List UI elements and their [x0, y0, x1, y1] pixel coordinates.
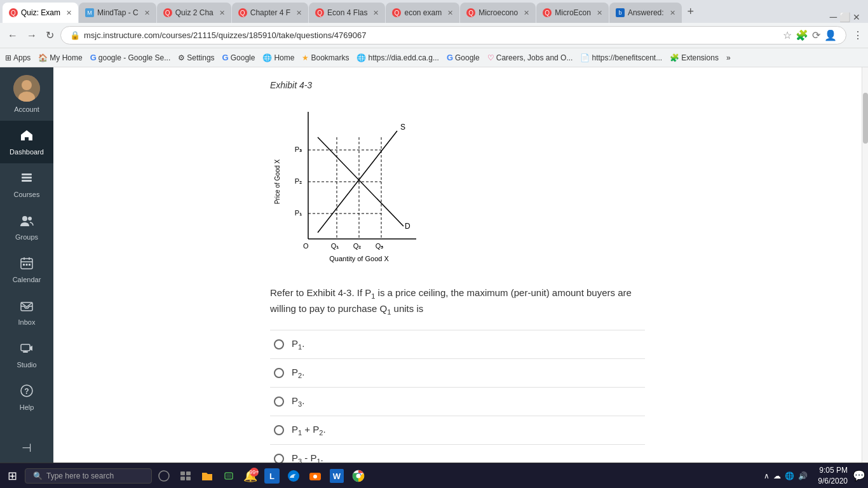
minimize-button[interactable]: ─ [830, 11, 837, 23]
sidebar-item-inbox[interactable]: Inbox [0, 291, 53, 334]
bookmark-extensions[interactable]: 🧩 Extensions [670, 53, 719, 62]
bookmark-benefits[interactable]: 📄 https://benefitscent... [580, 53, 662, 62]
tab-close-icon[interactable]: ✕ [219, 9, 225, 17]
content-area: Exhibit 4-3 [53, 67, 868, 463]
tab-close-icon[interactable]: ✕ [447, 9, 453, 17]
radio-p2[interactable] [274, 368, 284, 378]
scrollbar-thumb[interactable] [863, 93, 868, 144]
right-scrollbar[interactable] [862, 67, 868, 463]
answer-option-p2[interactable]: P2. [270, 359, 645, 388]
sync-icon[interactable]: ⟳ [812, 29, 820, 41]
bookmark-more[interactable]: » [726, 53, 731, 62]
tab-answered[interactable]: b Answered: ✕ [609, 3, 682, 23]
reload-button[interactable]: ↻ [43, 27, 57, 44]
maximize-button[interactable]: ⬜ [839, 12, 850, 22]
back-button[interactable]: ← [5, 27, 20, 44]
notification-center-icon[interactable]: 💬 [853, 470, 865, 482]
forward-button[interactable]: → [24, 27, 39, 44]
tab-quiz2[interactable]: Q Quiz 2 Cha ✕ [157, 3, 231, 23]
bookmark-google-search[interactable]: G google - Google Se... [90, 53, 171, 62]
taskbar-clock[interactable]: 9:05 PM 9/6/2020 [818, 465, 848, 487]
tray-up-arrow[interactable]: ∧ [764, 471, 770, 480]
taskbar-security[interactable] [219, 466, 238, 485]
bookmark-edd[interactable]: 🌐 https://dia.edd.ca.g... [356, 53, 438, 62]
tab-title: Quiz: Exam [21, 8, 60, 17]
scroll-container[interactable]: Exhibit 4-3 [53, 67, 862, 463]
sidebar-item-help[interactable]: ? Help [0, 376, 53, 419]
bookmark-google2[interactable]: G Google [447, 53, 480, 62]
tab-chapter4[interactable]: Q Chapter 4 F ✕ [232, 3, 308, 23]
taskbar-chrome[interactable] [349, 466, 368, 485]
tab-close-icon[interactable]: ✕ [373, 9, 379, 17]
taskbar-cortana[interactable] [154, 466, 173, 485]
taskbar-edge[interactable] [284, 466, 303, 485]
tray-cloud-icon: ☁ [773, 471, 781, 480]
tab-title: Answered: [628, 8, 664, 17]
tab-mindtap[interactable]: M MindTap - C ✕ [79, 3, 156, 23]
svg-rect-45 [180, 477, 185, 480]
answer-option-p1[interactable]: P1. [270, 330, 645, 359]
sidebar-item-studio[interactable]: Studio [0, 334, 53, 376]
sidebar-item-label: Courses [14, 191, 40, 198]
tab-title: MicroEcon [555, 8, 591, 17]
bookmark-google[interactable]: G Google [222, 53, 255, 62]
taskbar-file-explorer[interactable] [198, 466, 217, 485]
taskbar-word[interactable]: W [327, 466, 346, 485]
extension-icon[interactable]: 🧩 [796, 29, 808, 41]
sidebar-item-courses[interactable]: Courses [0, 163, 53, 206]
svg-text:Price of Good X: Price of Good X [274, 159, 281, 204]
url-text: msjc.instructure.com/courses/21115/quizz… [84, 30, 366, 40]
radio-p1plusp2[interactable] [274, 425, 284, 435]
tab-microecon[interactable]: Q MicroEcon ✕ [536, 3, 609, 23]
studio-icon [20, 341, 34, 358]
bookmark-settings[interactable]: ⚙ Settings [178, 53, 214, 62]
bookmark-myhome[interactable]: 🏠 My Home [38, 53, 82, 62]
star-icon[interactable]: ☆ [783, 29, 792, 41]
menu-button[interactable]: ⋮ [853, 29, 863, 41]
svg-rect-4 [22, 177, 32, 179]
address-bar-icons: ☆ 🧩 ⟳ 👤 [783, 29, 837, 41]
radio-p3minusp1[interactable] [274, 454, 284, 463]
tab-econ4[interactable]: Q Econ 4 Flas ✕ [309, 3, 385, 23]
tab-econexam[interactable]: Q econ exam ✕ [386, 3, 459, 23]
tab-close-icon[interactable]: ✕ [144, 9, 150, 17]
tab-close-icon[interactable]: ✕ [597, 9, 602, 17]
radio-p1[interactable] [274, 339, 284, 349]
address-bar[interactable]: 🔒 msjc.instructure.com/courses/21115/qui… [60, 26, 846, 44]
bookmark-apps[interactable]: ⊞ Apps [5, 53, 31, 62]
sidebar-item-dashboard[interactable]: Dashboard [0, 121, 53, 163]
tab-title: MindTap - C [97, 8, 139, 17]
answer-option-p3minusp1[interactable]: P3 - P1. [270, 445, 645, 463]
svg-point-42 [159, 471, 169, 481]
tab-close-icon[interactable]: ✕ [66, 9, 72, 17]
taskbar-search[interactable]: 🔍 Type here to search [25, 468, 152, 484]
tray-speaker-icon[interactable]: 🔊 [798, 471, 808, 480]
sidebar-item-groups[interactable]: Groups [0, 206, 53, 248]
bookmark-careers[interactable]: ♡ Careers, Jobs and O... [487, 53, 573, 62]
taskbar-task-view[interactable] [176, 466, 195, 485]
bookmark-bookmarks[interactable]: ★ Bookmarks [302, 53, 349, 62]
taskbar-game[interactable] [306, 466, 325, 485]
taskbar-notifications[interactable]: 🔔 99+ [241, 466, 260, 485]
tab-close-icon[interactable]: ✕ [296, 9, 302, 17]
taskbar-l-app[interactable]: L [262, 466, 281, 485]
help-icon: ? [20, 384, 34, 401]
search-icon: 🔍 [33, 471, 43, 480]
profile-icon[interactable]: 👤 [824, 29, 837, 41]
sidebar-item-calendar[interactable]: Calendar [0, 248, 53, 291]
tab-close-icon[interactable]: ✕ [524, 9, 529, 17]
question-text: Refer to Exhibit 4-3. If P1 is a price c… [270, 286, 645, 317]
bookmark-home[interactable]: 🌐 Home [262, 53, 294, 62]
svg-point-6 [22, 216, 27, 221]
sidebar-item-account[interactable]: Account [0, 67, 53, 121]
tab-quiz-exam[interactable]: Q Quiz: Exam ✕ [3, 3, 78, 23]
new-tab-button[interactable]: + [682, 1, 700, 22]
tab-close-icon[interactable]: ✕ [670, 9, 675, 17]
answer-option-p3[interactable]: P3. [270, 388, 645, 416]
answer-option-p1plusp2[interactable]: P1 + P2. [270, 416, 645, 445]
start-button[interactable]: ⊞ [3, 466, 22, 485]
tab-microecono[interactable]: Q Microecono ✕ [460, 3, 536, 23]
sidebar-collapse-button[interactable]: ⊣ [0, 433, 53, 463]
close-button[interactable]: ✕ [853, 12, 860, 22]
radio-p3[interactable] [274, 396, 284, 407]
